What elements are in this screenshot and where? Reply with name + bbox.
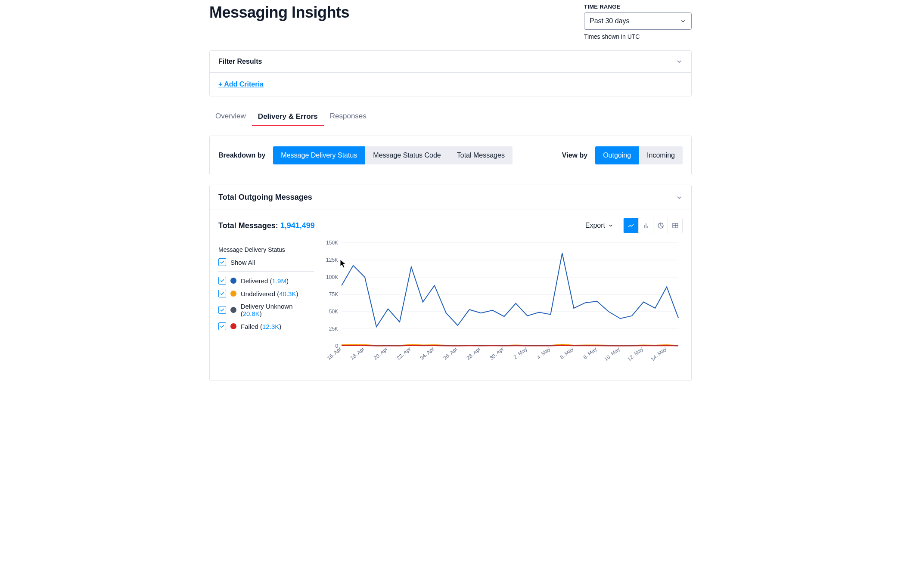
svg-text:18. Apr: 18. Apr [349, 346, 366, 361]
filter-header[interactable]: Filter Results [210, 51, 691, 73]
legend-color-dot [230, 307, 236, 313]
total-messages-label: Total Messages: [218, 221, 278, 230]
line-chart-icon[interactable] [624, 218, 638, 233]
legend-color-dot [230, 278, 236, 284]
pie-chart-icon[interactable] [653, 218, 668, 233]
legend-show-all[interactable]: Show All [218, 258, 314, 266]
svg-text:26. Apr: 26. Apr [442, 346, 458, 361]
legend-color-dot [230, 323, 236, 329]
table-icon[interactable] [668, 218, 682, 233]
viewby-option-incoming[interactable]: Incoming [639, 146, 683, 164]
checkbox-checked-icon[interactable] [218, 322, 226, 330]
legend-item-failed[interactable]: Failed (12.3K) [218, 322, 314, 330]
page-title: Messaging Insights [209, 3, 349, 22]
viewby-label: View by [562, 152, 587, 159]
svg-text:150K: 150K [326, 240, 338, 246]
time-range-block: TIME RANGE Past 30 days Times shown in U… [584, 3, 692, 40]
svg-text:30. Apr: 30. Apr [488, 346, 505, 361]
filter-header-label: Filter Results [218, 58, 262, 65]
legend-item-label: Undelivered (40.3K) [241, 290, 298, 297]
add-criteria-link[interactable]: + Add Criteria [218, 80, 264, 88]
legend-title: Message Delivery Status [218, 246, 314, 253]
checkbox-checked-icon[interactable] [218, 258, 226, 266]
svg-text:4. May: 4. May [536, 346, 552, 361]
chart-card: Total Outgoing Messages Total Messages: … [209, 185, 692, 381]
time-range-value: Past 30 days [590, 17, 630, 25]
svg-text:16. Apr: 16. Apr [326, 346, 342, 361]
breakdown-label: Breakdown by [218, 152, 265, 159]
chart-legend: Message Delivery Status Show All Deliver… [218, 238, 314, 368]
chart-view-toggle [623, 218, 683, 233]
legend-item-label: Delivery Unknown (20.8K) [241, 303, 314, 317]
tab-delivery-errors[interactable]: Delivery & Errors [252, 107, 324, 126]
svg-text:8. May: 8. May [582, 346, 598, 361]
svg-text:12. May: 12. May [626, 346, 644, 362]
legend-color-dot [230, 291, 236, 297]
svg-text:2. May: 2. May [513, 346, 528, 361]
svg-text:6. May: 6. May [559, 346, 575, 361]
chevron-down-icon [608, 223, 614, 229]
legend-show-all-label: Show All [230, 259, 255, 266]
legend-item-delivery-unknown[interactable]: Delivery Unknown (20.8K) [218, 303, 314, 317]
timezone-note: Times shown in UTC [584, 33, 692, 40]
time-range-label: TIME RANGE [584, 3, 692, 10]
filter-card: Filter Results + Add Criteria [209, 50, 692, 96]
legend-item-undelivered[interactable]: Undelivered (40.3K) [218, 290, 314, 297]
legend-item-label: Delivered (1.9M) [241, 277, 289, 285]
svg-text:22. Apr: 22. Apr [396, 346, 412, 361]
breakdown-option-message-delivery-status[interactable]: Message Delivery Status [273, 146, 365, 164]
time-range-select[interactable]: Past 30 days [584, 12, 692, 30]
export-button[interactable]: Export [585, 222, 614, 229]
tab-responses[interactable]: Responses [324, 107, 373, 126]
checkbox-checked-icon[interactable] [218, 290, 226, 297]
breakdown-segment: Message Delivery StatusMessage Status Co… [273, 146, 513, 164]
chart-section-header[interactable]: Total Outgoing Messages [210, 185, 691, 210]
legend-item-delivered[interactable]: Delivered (1.9M) [218, 277, 314, 285]
breakdown-option-total-messages[interactable]: Total Messages [449, 146, 513, 164]
controls-bar: Breakdown by Message Delivery StatusMess… [209, 136, 692, 175]
total-messages: Total Messages: 1,941,499 [218, 221, 315, 230]
chart-plot[interactable]: 025K50K75K100K125K150K16. Apr18. Apr20. … [320, 238, 683, 368]
chevron-down-icon [680, 18, 686, 24]
svg-text:125K: 125K [326, 257, 338, 263]
chevron-down-icon [676, 194, 683, 201]
svg-text:24. Apr: 24. Apr [419, 346, 435, 361]
chevron-down-icon [676, 58, 683, 65]
svg-text:100K: 100K [326, 274, 338, 280]
svg-text:10. May: 10. May [603, 346, 621, 362]
page-container: Messaging Insights TIME RANGE Past 30 da… [209, 0, 692, 381]
tab-overview[interactable]: Overview [209, 107, 252, 126]
svg-text:14. May: 14. May [649, 346, 668, 362]
divider [218, 271, 314, 272]
svg-text:25K: 25K [329, 326, 338, 332]
svg-text:20. Apr: 20. Apr [373, 346, 389, 361]
svg-text:75K: 75K [329, 291, 338, 297]
svg-text:50K: 50K [329, 309, 338, 315]
legend-item-label: Failed (12.3K) [241, 323, 281, 330]
total-messages-value: 1,941,499 [280, 221, 315, 230]
bar-chart-icon[interactable] [638, 218, 653, 233]
checkbox-checked-icon[interactable] [218, 306, 226, 314]
breakdown-option-message-status-code[interactable]: Message Status Code [365, 146, 448, 164]
chart-section-title: Total Outgoing Messages [218, 193, 312, 202]
viewby-segment: OutgoingIncoming [595, 146, 683, 164]
svg-text:28. Apr: 28. Apr [465, 346, 482, 361]
tabs: OverviewDelivery & ErrorsResponses [209, 107, 692, 126]
checkbox-checked-icon[interactable] [218, 277, 226, 285]
export-label: Export [585, 222, 605, 229]
viewby-option-outgoing[interactable]: Outgoing [595, 146, 639, 164]
